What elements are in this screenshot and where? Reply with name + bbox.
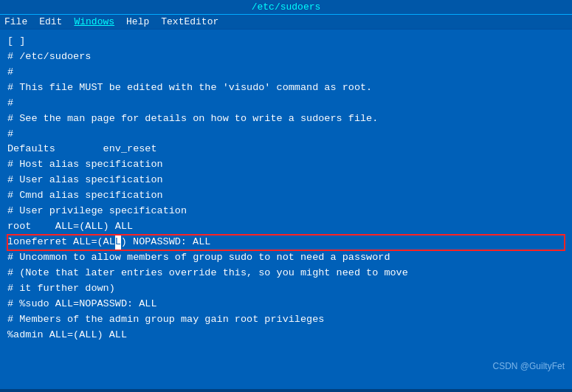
menu-file[interactable]: File [4,16,27,27]
main-window: /etc/sudoers File Edit Windows Help Text… [0,0,572,392]
menu-texteditor[interactable]: TextEditor [161,16,218,27]
title-bar: /etc/sudoers [0,0,572,15]
editor-line: # it further down) [7,281,565,297]
editor-line: # See the man page for details on how to… [7,111,565,127]
editor-line: # %sudo ALL=NOPASSWD: ALL [7,297,565,312]
editor-line: root ALL=(ALL) ALL [7,219,565,235]
editor-line: loneferret ALL=(ALL) NOPASSWD: ALL [7,235,565,250]
editor-line: # Uncommon to allow members of group sud… [7,250,565,266]
menu-help[interactable]: Help [126,16,149,27]
editor-line: Defaults env_reset [7,142,565,157]
editor-line: # User alias specification [7,173,565,188]
editor-area[interactable]: [ ]# /etc/sudoers## This file MUST be ed… [0,30,572,389]
menu-windows[interactable]: Windows [74,16,114,27]
editor-line: [ ] [7,34,565,49]
editor-line: # [7,96,565,111]
editor-line: %admin ALL=(ALL) ALL [7,328,565,343]
editor-line: # /etc/sudoers [7,49,565,65]
editor-line: # Members of the admin group may gain ro… [7,312,565,328]
menu-bar[interactable]: File Edit Windows Help TextEditor [0,15,572,30]
editor-line: # Cmnd alias specification [7,188,565,204]
editor-line: # [7,127,565,142]
title-text: /etc/sudoers [252,1,321,13]
editor-line: # User privilege specification [7,204,565,219]
editor-line: # Host alias specification [7,157,565,173]
editor-line: # [7,65,565,80]
status-bar [0,389,572,392]
menu-edit[interactable]: Edit [39,16,62,27]
editor-line: # (Note that later entries override this… [7,266,565,281]
editor-line: # This file MUST be edited with the 'vis… [7,80,565,96]
text-cursor: L [115,235,121,250]
